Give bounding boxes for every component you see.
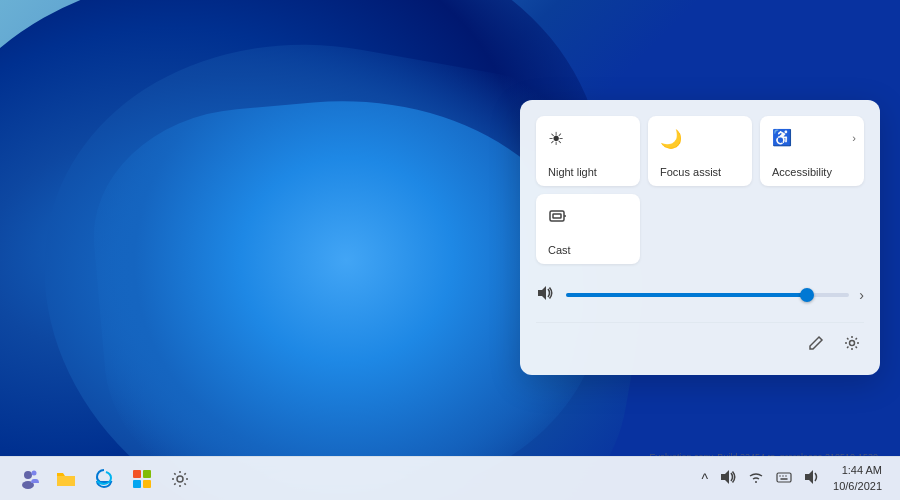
- tray-network-icon[interactable]: [745, 467, 767, 490]
- focus-assist-tile[interactable]: 🌙 Focus assist: [648, 116, 752, 186]
- system-tray: ^: [698, 467, 823, 490]
- accessibility-icon-area: ♿ ›: [772, 128, 856, 147]
- svg-rect-8: [133, 470, 141, 478]
- cast-icon-area: [548, 206, 632, 231]
- svg-point-12: [177, 476, 183, 482]
- volume-control: ›: [536, 280, 864, 310]
- tray-volume-icon[interactable]: [717, 467, 739, 490]
- taskbar-icon-settings[interactable]: [164, 463, 196, 495]
- open-settings-button[interactable]: [840, 331, 864, 359]
- night-light-icon: ☀: [548, 128, 564, 150]
- tray-speaker-icon[interactable]: [801, 467, 823, 490]
- volume-icon: [536, 284, 556, 306]
- system-clock[interactable]: 1:44 AM 10/6/2021: [827, 461, 888, 496]
- svg-marker-3: [538, 286, 546, 300]
- accessibility-arrow-icon: ›: [852, 132, 856, 144]
- clock-time: 1:44 AM: [833, 463, 882, 478]
- cast-tile[interactable]: Cast: [536, 194, 640, 264]
- focus-assist-label: Focus assist: [660, 166, 721, 178]
- taskbar-right: ^: [698, 461, 888, 496]
- volume-thumb: [800, 288, 814, 302]
- svg-point-7: [32, 470, 37, 475]
- taskbar-icon-edge[interactable]: [88, 463, 120, 495]
- taskbar-icon-file-explorer[interactable]: [50, 463, 82, 495]
- svg-point-4: [850, 341, 855, 346]
- accessibility-tile[interactable]: ♿ › Accessibility: [760, 116, 864, 186]
- svg-rect-14: [777, 473, 791, 482]
- night-light-tile[interactable]: ☀ Night light: [536, 116, 640, 186]
- desktop: ☀ Night light 🌙 Focus assist ♿ › Accessi…: [0, 0, 900, 500]
- svg-marker-13: [721, 470, 729, 484]
- volume-expand-icon[interactable]: ›: [859, 287, 864, 303]
- focus-assist-icon: 🌙: [660, 128, 682, 150]
- clock-date: 10/6/2021: [833, 479, 882, 494]
- tray-chevron-icon[interactable]: ^: [698, 469, 711, 489]
- accessibility-icon: ♿: [772, 128, 792, 147]
- edit-quick-settings-button[interactable]: [804, 331, 828, 359]
- quick-settings-tiles-row2: Cast: [536, 194, 864, 264]
- taskbar-icon-teams[interactable]: [12, 463, 44, 495]
- svg-rect-10: [133, 480, 141, 488]
- taskbar-left: [12, 463, 196, 495]
- quick-settings-tiles-row1: ☀ Night light 🌙 Focus assist ♿ › Accessi…: [536, 116, 864, 186]
- svg-rect-9: [143, 470, 151, 478]
- cast-label: Cast: [548, 244, 571, 256]
- night-light-label: Night light: [548, 166, 597, 178]
- night-light-icon-area: ☀: [548, 128, 632, 150]
- accessibility-label: Accessibility: [772, 166, 832, 178]
- svg-marker-19: [805, 470, 813, 484]
- svg-rect-0: [550, 211, 564, 221]
- quick-settings-bottom-bar: [536, 322, 864, 359]
- volume-slider[interactable]: [566, 293, 849, 297]
- taskbar-icon-store[interactable]: [126, 463, 158, 495]
- quick-settings-panel: ☀ Night light 🌙 Focus assist ♿ › Accessi…: [520, 100, 880, 375]
- tray-keyboard-icon[interactable]: [773, 467, 795, 490]
- taskbar: ^: [0, 456, 900, 500]
- cast-icon: [548, 206, 568, 231]
- svg-rect-1: [553, 214, 561, 218]
- svg-rect-11: [143, 480, 151, 488]
- volume-slider-fill: [566, 293, 807, 297]
- focus-assist-icon-area: 🌙: [660, 128, 744, 150]
- svg-point-5: [24, 471, 32, 479]
